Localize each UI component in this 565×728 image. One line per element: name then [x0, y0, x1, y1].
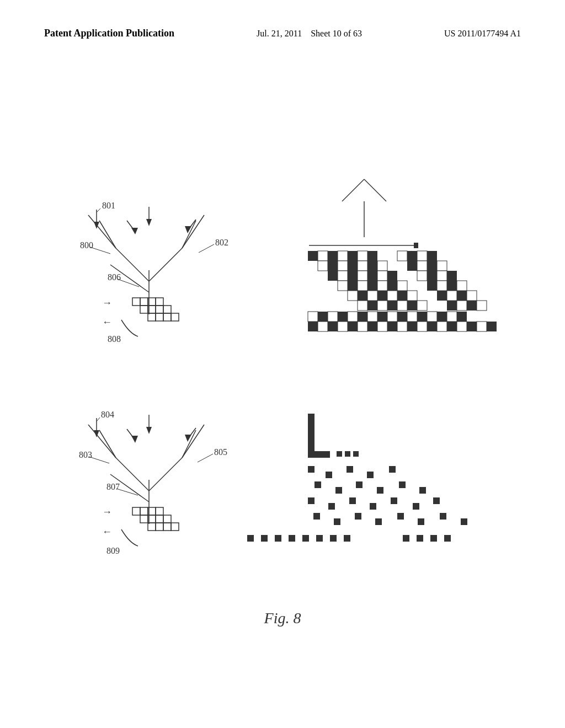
svg-rect-206: [433, 497, 440, 504]
svg-rect-202: [349, 497, 356, 504]
svg-line-19: [90, 247, 110, 254]
svg-rect-217: [275, 535, 281, 542]
svg-rect-194: [315, 481, 321, 488]
svg-rect-91: [338, 312, 348, 322]
svg-text:806: 806: [108, 272, 121, 282]
svg-text:→: →: [102, 506, 112, 517]
svg-rect-35: [156, 313, 163, 321]
svg-rect-226: [444, 535, 451, 542]
svg-rect-65: [437, 261, 447, 271]
svg-rect-66: [328, 271, 338, 281]
svg-rect-131: [358, 322, 367, 331]
svg-line-40: [364, 179, 386, 201]
svg-rect-136: [407, 322, 417, 331]
svg-text:→: →: [102, 297, 112, 308]
svg-rect-32: [156, 306, 163, 313]
svg-rect-64: [427, 261, 437, 271]
svg-rect-118: [387, 301, 397, 311]
svg-rect-120: [407, 301, 417, 311]
svg-rect-208: [334, 518, 340, 525]
svg-rect-72: [387, 271, 397, 281]
svg-rect-56: [328, 261, 338, 271]
svg-rect-33: [163, 306, 171, 313]
svg-rect-204: [391, 497, 397, 504]
svg-rect-110: [407, 291, 417, 301]
svg-rect-43: [414, 243, 418, 248]
svg-rect-138: [427, 322, 437, 331]
svg-rect-95: [377, 312, 387, 322]
svg-rect-220: [316, 535, 323, 542]
svg-rect-60: [367, 261, 377, 271]
svg-rect-114: [467, 291, 477, 301]
svg-text:801: 801: [102, 201, 115, 210]
svg-rect-119: [397, 301, 407, 311]
svg-rect-129: [338, 322, 348, 331]
svg-rect-108: [387, 291, 397, 301]
svg-rect-92: [348, 312, 358, 322]
svg-rect-48: [348, 251, 358, 261]
svg-rect-189: [308, 466, 315, 473]
svg-rect-180: [156, 523, 163, 531]
svg-rect-70: [367, 271, 377, 281]
svg-rect-205: [413, 503, 419, 510]
svg-rect-30: [140, 306, 148, 313]
svg-rect-115: [358, 301, 367, 311]
svg-rect-27: [140, 298, 148, 306]
svg-rect-137: [417, 322, 427, 331]
svg-rect-126: [308, 322, 318, 331]
svg-rect-174: [156, 507, 163, 515]
svg-rect-51: [397, 251, 407, 261]
svg-rect-219: [302, 535, 309, 542]
svg-rect-123: [457, 301, 467, 311]
svg-rect-172: [140, 507, 148, 515]
svg-text:805: 805: [214, 447, 227, 457]
svg-rect-47: [338, 251, 348, 261]
svg-rect-74: [427, 271, 437, 281]
svg-rect-188: [353, 451, 359, 457]
sheet-info: Sheet 10 of 63: [311, 29, 362, 38]
svg-rect-101: [437, 312, 447, 322]
svg-rect-223: [403, 535, 409, 542]
svg-rect-87: [457, 281, 467, 291]
svg-rect-44: [308, 251, 318, 261]
svg-rect-117: [377, 301, 387, 311]
svg-rect-216: [261, 535, 268, 542]
svg-rect-214: [461, 518, 467, 525]
svg-rect-106: [367, 291, 377, 301]
svg-rect-195: [335, 487, 342, 494]
svg-rect-191: [347, 466, 353, 473]
svg-rect-186: [337, 451, 342, 457]
svg-text:804: 804: [101, 410, 114, 419]
svg-rect-57: [338, 261, 348, 271]
svg-rect-198: [399, 481, 406, 488]
svg-line-164: [89, 457, 109, 463]
svg-rect-29: [156, 298, 163, 306]
svg-rect-71: [377, 271, 387, 281]
svg-rect-185: [308, 451, 330, 458]
svg-rect-76: [447, 271, 457, 281]
svg-rect-104: [348, 291, 358, 301]
svg-rect-68: [348, 271, 358, 281]
svg-rect-171: [132, 507, 140, 515]
svg-rect-122: [447, 301, 457, 311]
svg-rect-210: [375, 518, 382, 525]
patent-number: US 2011/0177494 A1: [444, 26, 521, 41]
svg-rect-197: [377, 487, 383, 494]
svg-text:←: ←: [102, 526, 112, 537]
svg-line-151: [182, 430, 196, 458]
svg-line-23: [199, 244, 214, 253]
svg-line-168: [198, 454, 213, 462]
svg-rect-144: [487, 322, 497, 331]
svg-rect-218: [289, 535, 295, 542]
svg-rect-200: [308, 497, 315, 504]
svg-line-148: [99, 430, 116, 458]
svg-rect-187: [345, 451, 350, 457]
svg-rect-86: [447, 281, 457, 291]
page-header: Patent Application Publication Jul. 21, …: [0, 0, 565, 41]
svg-rect-213: [440, 513, 446, 520]
svg-text:808: 808: [108, 334, 121, 344]
svg-rect-50: [367, 251, 377, 261]
svg-rect-54: [427, 251, 437, 261]
svg-rect-128: [328, 322, 338, 331]
svg-rect-93: [358, 312, 367, 322]
